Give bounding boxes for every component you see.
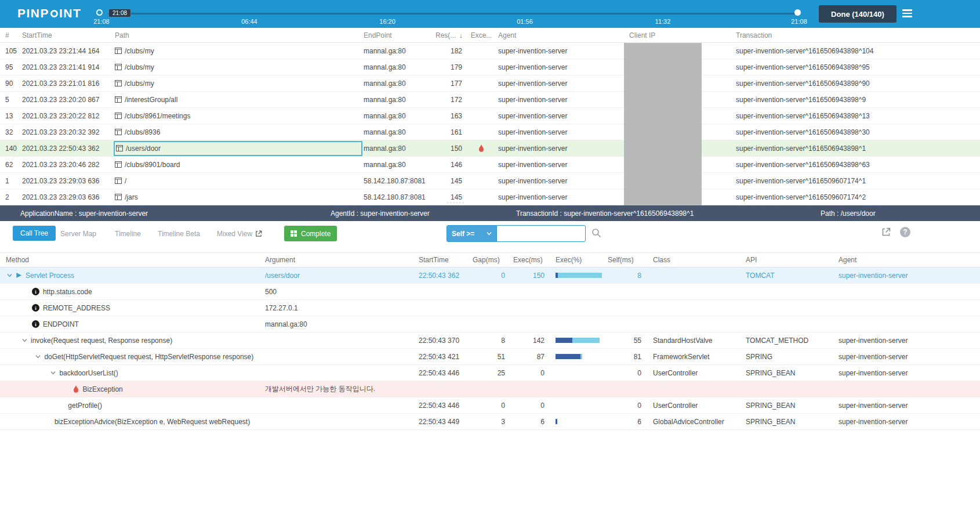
ct-cell-starttime: 22:50:43 449 (418, 418, 471, 426)
tab-label: Server Map (60, 230, 96, 238)
call-tree-row[interactable]: bizExceptionAdvice(BizException e, WebRe… (0, 414, 980, 430)
tx-column-header-exception[interactable]: Exce... (467, 31, 496, 39)
time-tick-label: 11:32 (655, 18, 671, 25)
tx-cell-path: /jars (114, 193, 362, 201)
call-tree-row[interactable]: invoke(Request request, Response respons… (0, 332, 980, 349)
tx-cell-path: /clubs/8961/meetings (114, 112, 362, 120)
transaction-row[interactable]: 902021.03.23 23:21:01 816/clubs/mymannal… (0, 75, 980, 92)
ct-column-header-exec[interactable]: Exec(ms) (509, 256, 548, 264)
tx-cell-res: 182 (432, 47, 467, 55)
tx-column-header-num[interactable]: # (0, 31, 21, 39)
complete-button[interactable]: Complete (284, 226, 337, 241)
tx-column-header-path[interactable]: Path (114, 31, 362, 39)
tab-mixed-view[interactable]: Mixed View (217, 230, 262, 238)
transaction-row[interactable]: 52021.03.23 23:20:20 867/interestGroup/a… (0, 92, 980, 108)
tab-timeline[interactable]: Timeline (115, 230, 141, 238)
call-tree-row[interactable]: iREMOTE_ADDRESS172.27.0.1 (0, 300, 980, 316)
tx-cell-res: 163 (432, 112, 467, 120)
filter-value-input[interactable] (496, 225, 586, 242)
transaction-row[interactable]: 1052021.03.23 23:21:44 164/clubs/mymanna… (0, 43, 980, 59)
transactions-table: #StartTimePathEndPointRes(...↓Exce...Age… (0, 28, 980, 205)
sort-desc-icon[interactable]: ↓ (459, 32, 463, 39)
ct-column-header-argument[interactable]: Argument (264, 256, 418, 264)
ct-cell-exec: 150 (509, 272, 548, 280)
call-tree-row[interactable]: ihttp.status.code500 (0, 284, 980, 300)
tx-column-label: EndPoint (364, 31, 392, 39)
chevron-down-icon[interactable] (22, 338, 27, 343)
transaction-row[interactable]: 622021.03.23 23:20:46 282/clubs/8901/boa… (0, 157, 980, 173)
ct-column-header-agent[interactable]: Agent (835, 256, 980, 264)
tx-cell-endpoint: mannal.ga:80 (362, 96, 432, 104)
transaction-row[interactable]: 12021.03.23 23:29:03 636/58.142.180.87:8… (0, 173, 980, 189)
transaction-row[interactable]: 322021.03.23 23:20:32 392/clubs/8936mann… (0, 124, 980, 140)
tx-cell-res: 161 (432, 128, 467, 136)
tx-cell-endpoint: 58.142.180.87:8081 (362, 177, 432, 185)
tx-cell-transaction: super-invention-server^1616506943898^90 (734, 79, 980, 88)
transaction-row[interactable]: 952021.03.23 23:21:41 914/clubs/mymannal… (0, 59, 980, 75)
document-icon (115, 113, 122, 119)
ct-cell-exec: 0 (509, 402, 548, 410)
tx-column-header-agent[interactable]: Agent (496, 31, 629, 39)
call-tree-row[interactable]: backdoorUserList()22:50:43 4462500UserCo… (0, 365, 980, 381)
ct-column-header-exec-pct[interactable]: Exec(%) (548, 256, 604, 264)
tx-cell-endpoint: mannal.ga:80 (362, 144, 432, 153)
tab-call-tree[interactable]: Call Tree (13, 226, 56, 241)
open-in-new-icon[interactable] (881, 227, 891, 237)
tab-timeline-beta[interactable]: Timeline Beta (158, 230, 200, 238)
chevron-down-icon[interactable] (50, 370, 56, 375)
ct-cell-api: TOMCAT_METHOD (742, 337, 835, 345)
document-icon (115, 80, 122, 86)
tx-path-label: /clubs/my (125, 47, 154, 55)
ct-method-label: REMOTE_ADDRESS (43, 304, 110, 312)
help-icon[interactable]: ? (900, 227, 910, 237)
tx-column-header-start-time[interactable]: StartTime (21, 31, 114, 39)
tx-column-header-res[interactable]: Res(...↓ (432, 31, 467, 39)
tab-server-map[interactable]: Server Map (60, 230, 96, 238)
document-icon (115, 96, 122, 103)
ct-cell-argument: 개발서버에서만 가능한 동작입니다. (264, 384, 418, 394)
ct-column-header-start-time[interactable]: StartTime (418, 256, 471, 264)
exception-flame-icon (73, 385, 79, 393)
tx-column-header-transaction[interactable]: Transaction (734, 31, 980, 39)
ct-cell-argument: mannal.ga:80 (264, 320, 418, 328)
ct-cell-agent: super-invention-server (835, 337, 980, 345)
self-filter-dropdown[interactable]: Self >= (447, 225, 497, 242)
transaction-row[interactable]: 1402021.03.23 22:50:43 362/users/doorman… (0, 140, 980, 157)
ct-cell-class: UserController (645, 402, 742, 410)
ct-column-header-self[interactable]: Self(ms) (604, 256, 645, 264)
transaction-row[interactable]: 132021.03.23 23:20:22 812/clubs/8961/mee… (0, 108, 980, 124)
search-icon[interactable] (591, 228, 601, 238)
ct-cell-exec: 6 (509, 418, 548, 426)
ct-method-label: backdoorUserList() (59, 369, 118, 377)
done-button[interactable]: Done (140/140) (819, 5, 896, 23)
tx-cell-num: 2 (0, 193, 21, 201)
column-grip-dots[interactable]: ······ (447, 200, 465, 206)
call-tree-row[interactable]: getProfile()22:50:43 446000UserControlle… (0, 397, 980, 414)
tx-cell-agent: super-invention-server (496, 144, 629, 153)
chevron-down-icon[interactable] (35, 354, 41, 359)
transaction-row[interactable]: 22021.03.23 23:29:03 636/jars58.142.180.… (0, 189, 980, 205)
tx-path-label: /clubs/my (125, 79, 154, 88)
call-tree-row[interactable]: Servlet Process/users/door22:50:43 36201… (0, 267, 980, 284)
tx-column-header-client-ip[interactable]: Client IP (629, 31, 734, 39)
call-tree-row[interactable]: doGet(HttpServletRequest request, HttpSe… (0, 349, 980, 365)
tx-cell-starttime: 2021.03.23 23:21:44 164 (21, 47, 114, 55)
ct-column-header-method[interactable]: Method (0, 256, 264, 264)
ct-column-header-gap[interactable]: Gap(ms) (471, 256, 509, 264)
tx-column-header-endpoint[interactable]: EndPoint (362, 31, 432, 39)
ct-cell-self: 55 (604, 337, 645, 345)
slider-right-handle[interactable] (794, 9, 801, 16)
top-header: PINP INT 21:08 21:0806:4416:2001:5611:32… (0, 0, 980, 28)
call-tree-row[interactable]: BizException개발서버에서만 가능한 동작입니다. (0, 381, 980, 397)
menu-icon[interactable] (902, 9, 912, 19)
tx-cell-endpoint: mannal.ga:80 (362, 63, 432, 71)
exec-percent-bar (556, 273, 602, 278)
slider-left-handle[interactable] (96, 9, 103, 16)
ct-column-header-api[interactable]: API (742, 256, 835, 264)
ct-column-header-class[interactable]: Class (645, 256, 742, 264)
chevron-down-icon[interactable] (7, 273, 12, 278)
call-tree-row[interactable]: iENDPOINTmannal.ga:80 (0, 316, 980, 332)
ct-cell-agent: super-invention-server (835, 272, 980, 280)
tx-path-label: /clubs/8961/meetings (125, 112, 190, 120)
tx-cell-num: 32 (0, 128, 21, 136)
